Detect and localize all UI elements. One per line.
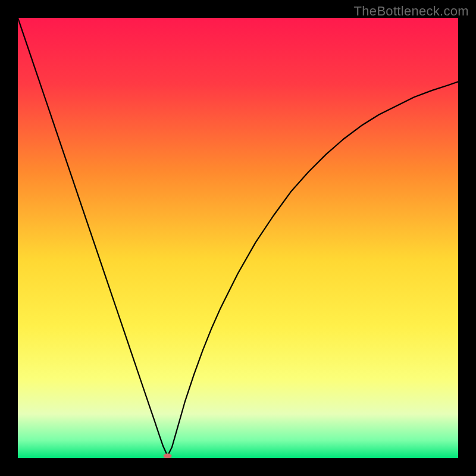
bottleneck-chart <box>18 18 458 458</box>
watermark-text: TheBottleneck.com <box>354 4 469 19</box>
chart-frame: TheBottleneck.com <box>0 0 476 476</box>
minimum-marker <box>164 453 172 458</box>
chart-background <box>18 18 458 458</box>
plot-area <box>18 18 458 458</box>
